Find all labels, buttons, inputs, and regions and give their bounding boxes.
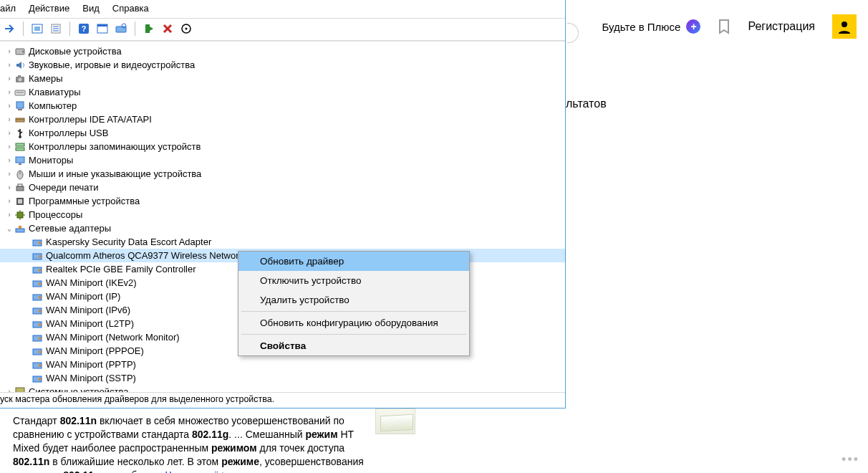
expand-toggle[interactable]: ›	[4, 211, 14, 219]
expand-toggle[interactable]: ›	[4, 75, 14, 82]
expand-toggle[interactable]: ›	[4, 388, 14, 392]
tree-device[interactable]: WAN Miniport (SSTP)	[0, 371, 565, 385]
svg-point-16	[22, 51, 24, 52]
pc-icon	[14, 100, 26, 112]
help-button[interactable]: ?	[76, 21, 92, 37]
tree-category[interactable]: ›Клавиатуры	[0, 85, 565, 99]
ctx-update-driver[interactable]: Обновить драйвер	[238, 252, 469, 271]
yandex-header: Будьте в Плюсе + Регистрация	[602, 14, 868, 39]
svg-text:?: ?	[82, 24, 87, 33]
tree-category[interactable]: ›Мыши и иные указывающие устройства	[0, 167, 565, 181]
status-bar: уск мастера обновления драйверов для выд…	[0, 392, 565, 408]
menu-action[interactable]: Действие	[29, 3, 69, 14]
svg-rect-34	[16, 186, 24, 191]
refresh-button[interactable]	[178, 21, 194, 37]
svg-rect-30	[16, 157, 24, 163]
tree-category[interactable]: ›Процессоры	[0, 208, 565, 221]
svg-point-14	[185, 28, 188, 30]
tree-label: Звуковые, игровые и видеоустройства	[29, 59, 195, 70]
menu-file[interactable]: айл	[0, 3, 16, 14]
tree-category[interactable]: ›Мониторы	[0, 153, 565, 167]
svg-rect-60	[39, 337, 41, 340]
read-more-link[interactable]: Читать ещё >	[165, 469, 228, 473]
expand-toggle[interactable]: ⌄	[4, 224, 14, 232]
ctx-rescan-hw[interactable]: Обновить конфигурацию оборудования	[238, 313, 469, 333]
tree-category[interactable]: ›Контроллеры USB	[0, 126, 565, 140]
expand-toggle[interactable]: ›	[4, 88, 14, 96]
tree-label: WAN Miniport (IP)	[46, 291, 120, 302]
tree-category[interactable]: ⌄Сетевые адаптеры	[0, 221, 565, 235]
tree-category[interactable]: ›Контроллеры IDE ATA/ATAPI	[0, 113, 565, 126]
user-icon	[837, 19, 852, 34]
tree-label: Процессоры	[29, 209, 82, 220]
tree-category[interactable]: ›Компьютер	[0, 99, 565, 113]
svg-rect-43	[16, 229, 24, 232]
expand-toggle[interactable]: ›	[4, 47, 14, 55]
svg-rect-67	[16, 388, 24, 393]
tree-device[interactable]: Kaspersky Security Data Escort Adapter	[0, 235, 565, 249]
storage-icon	[14, 141, 26, 153]
forward-button[interactable]	[1, 21, 17, 37]
update-driver-button[interactable]	[141, 21, 157, 37]
expand-toggle[interactable]: ›	[4, 156, 14, 164]
scan-hw-button[interactable]	[113, 21, 129, 37]
ctx-disable-device[interactable]: Отключить устройство	[238, 271, 469, 290]
tree-category[interactable]: ›Очереди печати	[0, 181, 565, 194]
usb-icon	[14, 128, 26, 139]
soft-icon	[14, 196, 26, 207]
context-menu: Обновить драйвер Отключить устройство Уд…	[238, 251, 470, 356]
printq-icon	[14, 182, 26, 194]
tree-device[interactable]: WAN Miniport (PPTP)	[0, 358, 565, 371]
svg-rect-54	[39, 296, 41, 299]
tree-label: WAN Miniport (PPTP)	[46, 359, 136, 370]
tree-category[interactable]: ›Системные устройства	[0, 385, 565, 392]
tree-label: Камеры	[29, 73, 63, 84]
svg-rect-46	[39, 242, 41, 244]
expand-toggle[interactable]: ›	[4, 170, 14, 178]
tree-label: Сетевые адаптеры	[29, 223, 111, 234]
user-avatar[interactable]	[832, 14, 857, 39]
svg-rect-48	[39, 255, 41, 258]
nic-icon	[32, 264, 43, 275]
yandex-plus-link[interactable]: Будьте в Плюсе +	[602, 19, 701, 34]
expand-toggle[interactable]: ›	[4, 183, 14, 191]
mouse-icon	[14, 168, 26, 180]
nic-icon	[32, 236, 43, 248]
monitor-icon	[14, 155, 26, 166]
menu-help[interactable]: Справка	[112, 3, 149, 14]
plus-icon: +	[686, 19, 700, 34]
search-field-edge	[567, 23, 579, 43]
tree-category[interactable]: ›Дисковые устройства	[0, 44, 565, 58]
bookmark-icon[interactable]	[718, 19, 730, 34]
tree-label: Дисковые устройства	[29, 46, 122, 57]
tree-label: WAN Miniport (L2TP)	[46, 318, 134, 329]
svg-rect-28	[16, 143, 24, 146]
menu-view[interactable]: Вид	[82, 3, 100, 14]
expand-toggle[interactable]: ›	[4, 129, 14, 137]
svg-point-68	[842, 22, 847, 27]
expand-toggle[interactable]: ›	[4, 197, 14, 205]
tree-category[interactable]: ›Звуковые, игровые и видеоустройства	[0, 58, 565, 72]
tree-category[interactable]: ›Программные устройства	[0, 194, 565, 208]
tree-label: Системные устройства	[29, 386, 128, 392]
uninstall-button[interactable]	[160, 21, 175, 37]
calendar-button[interactable]	[95, 21, 110, 37]
expand-toggle[interactable]: ›	[4, 102, 14, 110]
result-thumbnail[interactable]	[375, 408, 415, 434]
tree-category[interactable]: ›Камеры	[0, 72, 565, 85]
nic-icon	[32, 359, 43, 371]
ctx-properties[interactable]: Свойства	[238, 336, 469, 355]
register-link[interactable]: Регистрация	[748, 20, 815, 33]
tree-label: Мыши и иные указывающие устройства	[29, 168, 201, 179]
expand-toggle[interactable]: ›	[4, 143, 14, 150]
show-hidden-button[interactable]	[29, 21, 45, 37]
tree-category[interactable]: ›Контроллеры запоминающих устройств	[0, 140, 565, 153]
svg-rect-23	[18, 109, 22, 110]
ctx-remove-device[interactable]: Удалить устройство	[238, 290, 469, 310]
more-menu-icon[interactable]: •••	[842, 452, 859, 467]
properties-button[interactable]	[48, 21, 64, 37]
cpu-icon	[14, 209, 26, 221]
expand-toggle[interactable]: ›	[4, 115, 14, 123]
expand-toggle[interactable]: ›	[4, 61, 14, 69]
tree-label: Очереди печати	[29, 182, 99, 193]
